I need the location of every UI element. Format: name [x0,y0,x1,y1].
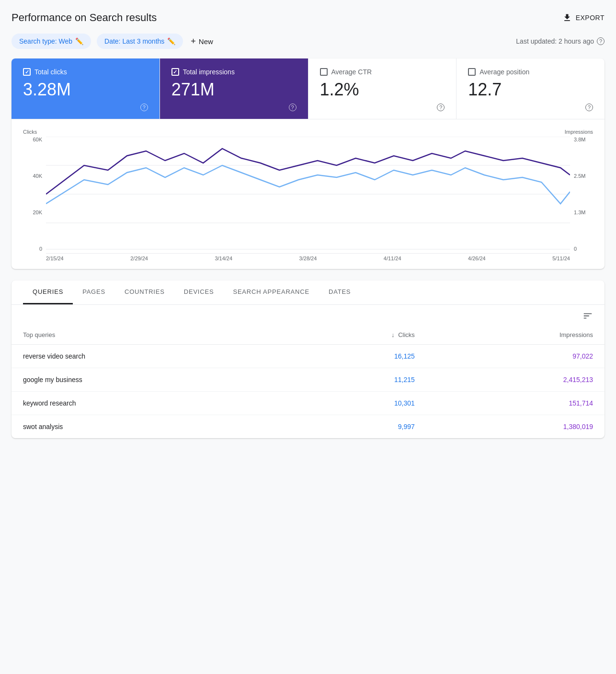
chart-container: Clicks Impressions 60K 40K 20K 0 [11,119,605,269]
tab-dates[interactable]: DATES [319,280,360,304]
metric-card-average-ctr[interactable]: Average CTR 1.2% ? [308,58,457,119]
table-section: QUERIES PAGES COUNTRIES DEVICES SEARCH A… [11,280,605,438]
metrics-cards: ✓ Total clicks 3.28M ? ✓ Total impressio… [11,58,605,119]
y-axis-right: 3.8M 2.5M 1.3M 0 [574,137,593,261]
col-header-clicks[interactable]: ↓ Clicks [280,325,426,345]
table-row: swot analysis 9,997 1,380,019 [11,415,605,439]
performance-chart [46,137,570,252]
search-type-filter[interactable]: Search type: Web ✏️ [11,34,91,49]
help-icon[interactable]: ? [289,104,297,111]
metric-checkbox-clicks[interactable]: ✓ [23,68,31,76]
total-impressions-value: 271M [171,80,297,100]
x-label-2: 2/29/24 [130,256,148,261]
table-filter-button[interactable] [582,311,593,324]
query-cell: reverse video search [11,345,280,368]
x-label-1: 2/15/24 [46,256,64,261]
y-axis-right-label: Impressions [565,129,593,135]
total-clicks-value: 3.28M [23,80,148,100]
table-row: reverse video search 16,125 97,022 [11,345,605,368]
x-label-5: 4/11/24 [384,256,401,261]
sort-arrow-icon: ↓ [391,331,395,338]
x-label-3: 3/14/24 [215,256,232,261]
tabs-row: QUERIES PAGES COUNTRIES DEVICES SEARCH A… [11,280,605,305]
y-axis-left: 60K 40K 20K 0 [23,137,42,261]
query-cell: google my business [11,368,280,392]
date-filter[interactable]: Date: Last 3 months ✏️ [97,34,183,49]
impressions-cell[interactable]: 2,415,213 [426,368,605,392]
page-title: Performance on Search results [11,12,157,24]
new-filter-button[interactable]: + New [191,36,213,46]
plus-icon: + [191,36,196,46]
edit-icon: ✏️ [75,37,83,45]
tab-search-appearance[interactable]: SEARCH APPEARANCE [223,280,319,304]
last-updated: Last updated: 2 hours ago ? [516,37,605,45]
table-row: keyword research 10,301 151,714 [11,392,605,415]
tab-queries[interactable]: QUERIES [23,280,73,304]
filter-bar: Search type: Web ✏️ Date: Last 3 months … [11,34,605,49]
query-cell: keyword research [11,392,280,415]
metric-checkbox-impressions[interactable]: ✓ [171,68,179,76]
clicks-cell[interactable]: 9,997 [280,415,426,439]
clicks-cell[interactable]: 11,215 [280,368,426,392]
metric-card-total-clicks[interactable]: ✓ Total clicks 3.28M ? [11,58,160,119]
tab-devices[interactable]: DEVICES [174,280,224,304]
x-label-4: 3/28/24 [299,256,317,261]
export-button[interactable]: EXPORT [562,13,605,23]
x-label-6: 4/26/24 [468,256,486,261]
help-icon[interactable]: ? [585,104,593,111]
edit-icon: ✏️ [167,37,175,45]
impressions-cell[interactable]: 97,022 [426,345,605,368]
metric-checkbox-position[interactable] [468,68,476,76]
metrics-chart-section: ✓ Total clicks 3.28M ? ✓ Total impressio… [11,58,605,269]
impressions-cell[interactable]: 1,380,019 [426,415,605,439]
col-header-query: Top queries [11,325,280,345]
y-axis-left-label: Clicks [23,129,37,135]
clicks-cell[interactable]: 10,301 [280,392,426,415]
metric-checkbox-ctr[interactable] [320,68,328,76]
average-position-value: 12.7 [468,80,593,100]
export-icon [562,13,572,23]
filter-icon [582,311,593,321]
metric-card-total-impressions[interactable]: ✓ Total impressions 271M ? [160,58,308,119]
help-icon[interactable]: ? [597,37,605,45]
table-toolbar [11,305,605,325]
metric-card-average-position[interactable]: Average position 12.7 ? [456,58,605,119]
chart-area: 2/15/24 2/29/24 3/14/24 3/28/24 4/11/24 … [46,137,570,261]
help-icon[interactable]: ? [437,104,445,111]
help-icon[interactable]: ? [140,104,148,111]
average-ctr-value: 1.2% [320,80,445,100]
query-cell: swot analysis [11,415,280,439]
queries-table: Top queries ↓ Clicks Impressions reverse… [11,325,605,438]
table-row: google my business 11,215 2,415,213 [11,368,605,392]
clicks-cell[interactable]: 16,125 [280,345,426,368]
page-header: Performance on Search results EXPORT [11,12,605,24]
col-header-impressions: Impressions [426,325,605,345]
tab-pages[interactable]: PAGES [73,280,115,304]
tab-countries[interactable]: COUNTRIES [115,280,174,304]
impressions-cell[interactable]: 151,714 [426,392,605,415]
x-label-7: 5/11/24 [552,256,570,261]
